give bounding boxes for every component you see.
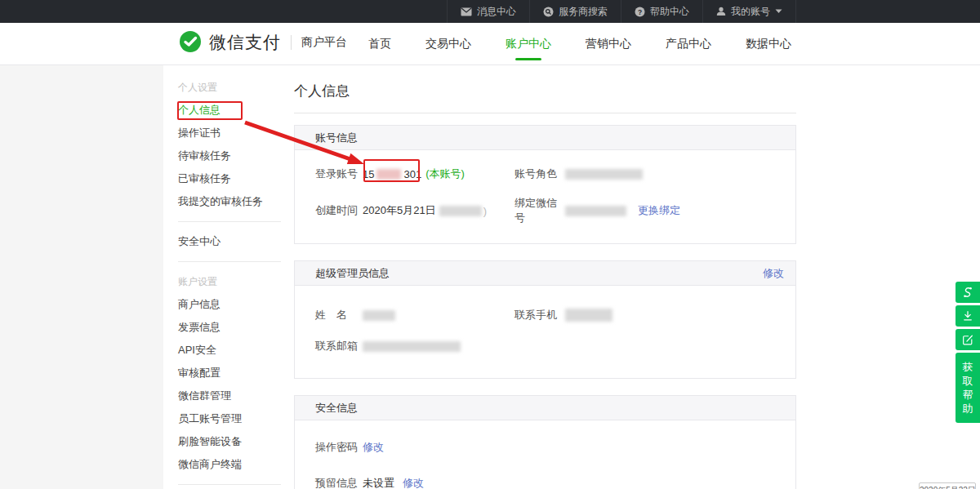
sidebar-divider <box>178 221 281 222</box>
get-help-button[interactable]: 获 取 帮 助 <box>956 353 980 423</box>
super-admin-panel-body: 姓 名 联系手机 联系邮箱 <box>295 286 795 378</box>
main-nav: 首页 交易中心 账户中心 营销中心 产品中心 数据中心 <box>351 23 808 65</box>
nav-data-center[interactable]: 数据中心 <box>728 23 808 65</box>
topbar-item-label: 消息中心 <box>477 5 516 19</box>
contact-email-label: 联系邮箱 <box>315 339 363 353</box>
password-modify-link[interactable]: 修改 <box>363 440 384 455</box>
download-button[interactable] <box>956 305 980 327</box>
nav-account-center[interactable]: 账户中心 <box>488 23 568 65</box>
sidebar-item-api-security[interactable]: API安全 <box>178 339 284 362</box>
sidebar-item-pending-review[interactable]: 待审核任务 <box>178 144 284 167</box>
wechat-pay-merchant-page: 消息中心 服务商搜索 ? 帮助中心 我的账号 微信支付 商户平台 <box>0 0 980 489</box>
wechat-pay-logo-icon <box>178 30 203 55</box>
sidebar-divider <box>178 484 281 485</box>
chevron-down-icon <box>775 9 782 14</box>
mail-icon <box>461 7 472 16</box>
sidebar: 个人设置 个人信息 操作证书 待审核任务 已审核任务 我提交的审核任务 安全中心… <box>163 65 284 489</box>
reserved-info-modify-link[interactable]: 修改 <box>403 476 424 489</box>
reserved-info-label: 预留信息 <box>315 476 363 489</box>
brand[interactable]: 微信支付 商户平台 <box>178 30 347 55</box>
feedback-edit-icon <box>961 333 974 346</box>
security-info-panel-body: 操作密码 修改 预留信息 未设置 修改 预留信息是由你自己设置的一段文字，用来鉴… <box>295 420 795 489</box>
account-role-label: 账号角色 <box>514 167 565 181</box>
account-info-panel-header: 账号信息 <box>295 126 795 150</box>
topbar-my-account[interactable]: 我的账号 <box>702 0 796 23</box>
link-icon <box>960 285 975 300</box>
admin-modify-link[interactable]: 修改 <box>763 266 784 281</box>
sidebar-item-security-center[interactable]: 安全中心 <box>178 230 284 253</box>
sidebar-item-personal-info[interactable]: 个人信息 <box>178 99 284 122</box>
brand-subtitle: 商户平台 <box>301 35 347 50</box>
redacted-value <box>565 169 643 180</box>
download-icon <box>961 309 974 322</box>
panel-title: 账号信息 <box>315 131 358 145</box>
bound-wechat-label: 绑定微信号 <box>514 196 565 225</box>
account-info-panel-body: 登录账号 15 301 (本账号) 账号角色 <box>295 150 795 243</box>
sidebar-item-wechat-group-mgmt[interactable]: 微信群管理 <box>178 385 284 407</box>
redacted-value <box>565 309 612 322</box>
redacted-value <box>439 206 482 216</box>
sidebar-group-title-account: 账户设置 <box>178 270 284 293</box>
topbar: 消息中心 服务商搜索 ? 帮助中心 我的账号 <box>0 0 980 23</box>
sidebar-item-invoice-info[interactable]: 发票信息 <box>178 316 284 339</box>
sidebar-group-title-personal: 个人设置 <box>178 76 284 99</box>
panel-title: 超级管理员信息 <box>315 266 390 281</box>
user-icon <box>716 7 726 16</box>
created-time-label: 创建时间 <box>315 203 363 218</box>
security-info-panel: 安全信息 操作密码 修改 预留信息 未设置 修改 预留信息是由你自己设置的一段文… <box>294 395 796 489</box>
topbar-item-label: 帮助中心 <box>650 5 689 19</box>
nav-marketing-center[interactable]: 营销中心 <box>568 23 648 65</box>
operation-password-label: 操作密码 <box>315 440 363 455</box>
quick-link-button[interactable] <box>956 282 980 303</box>
change-binding-link[interactable]: 更换绑定 <box>638 203 680 218</box>
brand-divider <box>291 35 292 50</box>
redacted-value <box>363 310 395 321</box>
security-info-panel-header: 安全信息 <box>295 396 795 420</box>
date-tooltip: 2020年5月22日 <box>919 482 976 489</box>
admin-name-label: 姓 名 <box>315 308 363 322</box>
sidebar-item-my-submitted-review[interactable]: 我提交的审核任务 <box>178 190 284 213</box>
topbar-item-label: 我的账号 <box>731 5 770 19</box>
page-left-gutter <box>0 65 163 489</box>
redacted-value <box>363 341 461 352</box>
title-divider <box>294 113 796 113</box>
nav-transaction-center[interactable]: 交易中心 <box>408 23 488 65</box>
site-header: 微信支付 商户平台 首页 交易中心 账户中心 营销中心 产品中心 数据中心 <box>0 23 980 65</box>
sidebar-item-review-config[interactable]: 审核配置 <box>178 362 284 385</box>
help-icon: ? <box>635 7 645 17</box>
nav-home[interactable]: 首页 <box>351 23 408 65</box>
redacted-value <box>565 206 626 216</box>
active-nav-underline <box>515 58 541 60</box>
super-admin-panel: 超级管理员信息 修改 姓 名 联系手机 联系邮箱 <box>294 260 796 379</box>
sidebar-item-face-device[interactable]: 刷脸智能设备 <box>178 430 284 453</box>
super-admin-panel-header: 超级管理员信息 修改 <box>295 261 795 286</box>
login-account-label: 登录账号 <box>315 167 363 181</box>
floating-help-panel: 获 取 帮 助 <box>956 282 980 423</box>
account-info-panel: 账号信息 登录账号 15 301 (本账号) 账号角色 <box>294 125 796 244</box>
sidebar-item-operation-cert[interactable]: 操作证书 <box>178 122 284 144</box>
sidebar-item-reviewed[interactable]: 已审核任务 <box>178 167 284 190</box>
topbar-sp-search[interactable]: 服务商搜索 <box>529 0 621 23</box>
sidebar-item-merchant-terminal[interactable]: 微信商户终端 <box>178 453 284 476</box>
brand-name: 微信支付 <box>209 31 281 54</box>
contact-phone-label: 联系手机 <box>514 308 565 322</box>
created-time-value: 2020年5月21日 ) <box>363 203 487 218</box>
sidebar-item-staff-account-mgmt[interactable]: 员工账号管理 <box>178 407 284 430</box>
nav-product-center[interactable]: 产品中心 <box>648 23 728 65</box>
login-account-value: 15 301 <box>363 168 421 180</box>
sidebar-divider <box>178 261 281 262</box>
panel-title: 安全信息 <box>315 401 358 416</box>
reserved-info-value: 未设置 <box>363 476 394 489</box>
svg-text:?: ? <box>638 7 642 16</box>
topbar-item-label: 服务商搜索 <box>559 5 608 19</box>
topbar-message-center[interactable]: 消息中心 <box>447 0 529 23</box>
sidebar-item-merchant-info[interactable]: 商户信息 <box>178 293 284 316</box>
topbar-help-center[interactable]: ? 帮助中心 <box>621 0 702 23</box>
redacted-value <box>376 169 401 180</box>
feedback-button[interactable] <box>956 329 980 350</box>
page-title: 个人信息 <box>294 65 796 100</box>
current-account-note: (本账号) <box>425 167 465 181</box>
search-icon <box>543 7 554 17</box>
main-content: 个人信息 账号信息 登录账号 15 301 (本账号) <box>294 65 796 489</box>
